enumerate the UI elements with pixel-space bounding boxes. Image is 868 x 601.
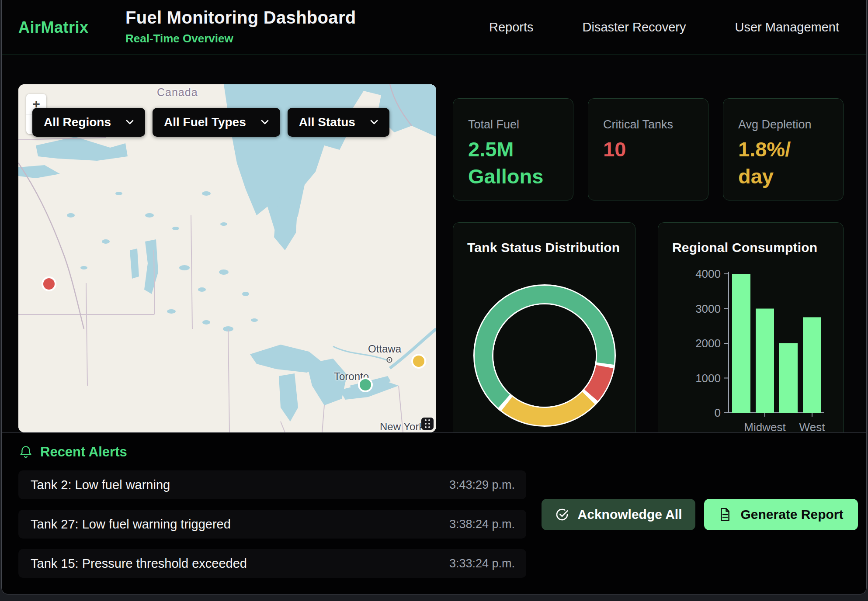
header: AirMatrix Fuel Monitoring Dashboard Real… [2, 0, 866, 55]
title-block: Fuel Monitoring Dashboard Real-Time Over… [125, 8, 356, 45]
stat-card-total-fuel: Total Fuel 2.5M Gallons [453, 98, 573, 200]
chevron-down-icon [370, 120, 378, 125]
svg-text:4000: 4000 [695, 267, 721, 280]
alert-text: Tank 2: Low fuel warning [18, 478, 449, 492]
tank-marker-warning[interactable] [411, 354, 426, 369]
svg-text:Midwest: Midwest [744, 421, 786, 433]
alert-row: Tank 27: Low fuel warning triggered 3:38… [18, 510, 526, 539]
brand-logo: AirMatrix [18, 18, 89, 37]
nav-disaster-recovery[interactable]: Disaster Recovery [583, 20, 686, 35]
alert-time: 3:43:29 p.m. [449, 478, 526, 492]
region-filter-value: All Regions [44, 115, 111, 129]
svg-text:West: West [799, 421, 826, 433]
document-icon [719, 508, 732, 522]
regional-consumption-chart-card: Regional Consumption 01000200030004000Mi… [658, 222, 844, 433]
page-title: Fuel Monitoring Dashboard [125, 8, 356, 28]
dashboard-root: AirMatrix Fuel Monitoring Dashboard Real… [1, 0, 867, 594]
alert-text: Tank 15: Pressure threshold exceeded [18, 556, 449, 571]
map-label-canada: Canada [157, 86, 198, 99]
stat-value: 2.5M Gallons [468, 136, 558, 190]
nav-user-management[interactable]: User Management [735, 20, 839, 35]
svg-text:2000: 2000 [695, 337, 721, 350]
svg-text:3000: 3000 [695, 302, 721, 315]
tank-marker-normal[interactable] [358, 377, 373, 392]
donut-chart [453, 223, 636, 433]
alert-row: Tank 2: Low fuel warning 3:43:29 p.m. [18, 470, 526, 499]
svg-text:0: 0 [715, 406, 721, 419]
status-filter-select[interactable]: All Status [288, 108, 389, 137]
map-filters: All Regions All Fuel Types All Status [32, 108, 389, 137]
acknowledge-all-label: Acknowledge All [578, 507, 682, 522]
generate-report-label: Generate Report [740, 507, 843, 522]
page-subtitle: Real-Time Overview [125, 32, 356, 45]
fuel-type-filter-select[interactable]: All Fuel Types [153, 108, 280, 137]
nav-reports[interactable]: Reports [489, 20, 534, 35]
stat-card-avg-depletion: Avg Depletion 1.8%/ day [723, 98, 844, 200]
main-nav: Reports Disaster Recovery User Managemen… [489, 0, 839, 54]
alert-time: 3:33:24 p.m. [449, 557, 526, 570]
svg-text:1000: 1000 [695, 372, 721, 385]
tank-marker-critical[interactable] [42, 276, 56, 291]
city-dot-icon [386, 357, 392, 363]
region-filter-select[interactable]: All Regions [32, 108, 145, 137]
generate-report-button[interactable]: Generate Report [704, 499, 858, 530]
chevron-down-icon [261, 120, 269, 125]
acknowledge-all-button[interactable]: Acknowledge All [542, 499, 695, 530]
stat-value: 10 [603, 136, 693, 163]
chevron-down-icon [126, 120, 134, 125]
alert-list: Tank 2: Low fuel warning 3:43:29 p.m. Ta… [18, 470, 526, 588]
recent-alerts-panel: Recent Alerts Tank 2: Low fuel warning 3… [2, 432, 866, 594]
alerts-title: Recent Alerts [40, 444, 127, 460]
status-filter-value: All Status [299, 115, 355, 129]
stat-cards-row: Total Fuel 2.5M Gallons Critical Tanks 1… [453, 98, 844, 200]
tank-status-chart-card: Tank Status Distribution [453, 222, 635, 433]
stat-label: Total Fuel [468, 118, 558, 131]
stat-label: Avg Depletion [738, 118, 828, 131]
map-drag-handle-icon[interactable] [421, 418, 434, 430]
map-label-ottawa: Ottawa [368, 343, 401, 355]
bell-icon [19, 445, 32, 459]
charts-row: Tank Status Distribution Regional Consum… [453, 222, 844, 433]
map-panel[interactable]: Canada Ottawa Toronto New York + − All R… [18, 84, 436, 432]
map-label-newyork: New York [380, 421, 424, 432]
stat-card-critical-tanks: Critical Tanks 10 [588, 98, 708, 200]
alerts-header: Recent Alerts [19, 444, 127, 460]
stat-value: 1.8%/ day [738, 136, 828, 190]
alert-row: Tank 15: Pressure threshold exceeded 3:3… [18, 549, 526, 578]
check-circle-icon [555, 508, 569, 522]
bar-chart: 01000200030004000MidwestWest [658, 223, 844, 433]
alert-text: Tank 27: Low fuel warning triggered [18, 517, 449, 532]
alert-time: 3:38:24 p.m. [449, 518, 526, 531]
fuel-type-filter-value: All Fuel Types [164, 115, 246, 129]
stat-label: Critical Tanks [603, 118, 693, 131]
